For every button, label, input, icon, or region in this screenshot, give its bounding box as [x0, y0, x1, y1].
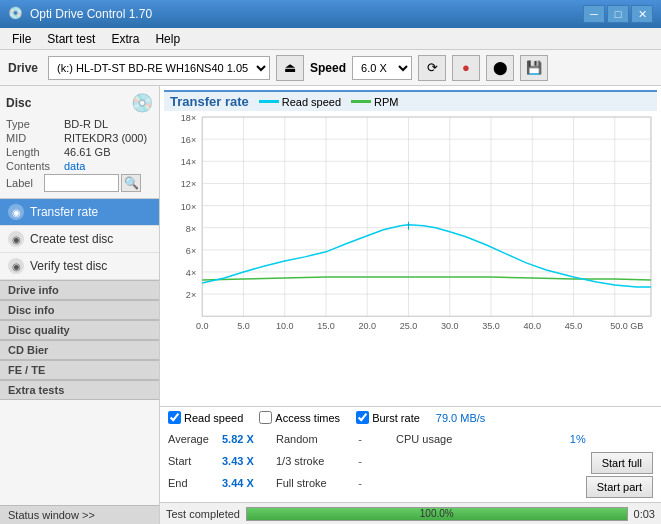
nav-icon-create-test-disc: ◉ — [8, 231, 24, 247]
stat-end-label: End — [168, 477, 218, 489]
checkbox-access-times[interactable]: Access times — [259, 411, 340, 424]
menu-extra[interactable]: Extra — [103, 30, 147, 48]
right-panel: Transfer rate Read speed RPM — [160, 86, 661, 524]
chart-area: Transfer rate Read speed RPM — [160, 86, 661, 406]
burst-rate-value: 79.0 MB/s — [436, 412, 486, 424]
drive-label: Drive — [8, 61, 38, 75]
nav-label-create-test-disc: Create test disc — [30, 232, 113, 246]
eject-button[interactable]: ⏏ — [276, 55, 304, 81]
section-cd-bier[interactable]: CD Bier — [0, 340, 159, 360]
disc-icon: 💿 — [131, 92, 153, 114]
stats-col3: CPU usage 1% — [388, 428, 586, 498]
legend-read-speed-color — [259, 100, 279, 103]
legend-rpm-label: RPM — [374, 96, 398, 108]
svg-text:45.0: 45.0 — [565, 321, 583, 331]
svg-text:8×: 8× — [186, 224, 196, 234]
progress-bar: 100.0% — [246, 507, 628, 521]
svg-text:15.0: 15.0 — [317, 321, 335, 331]
svg-text:6×: 6× — [186, 246, 196, 256]
menu-file[interactable]: File — [4, 30, 39, 48]
checkboxes-row: Read speed Access times Burst rate 79.0 … — [168, 411, 653, 424]
disc-length-row: Length 46.61 GB — [6, 146, 153, 158]
checkbox-burst-rate-input[interactable] — [356, 411, 369, 424]
chart-title-row: Transfer rate Read speed RPM — [164, 90, 657, 111]
extra-tests-label: Extra tests — [8, 384, 64, 396]
nav-items: ◉ Transfer rate ◉ Create test disc ◉ Ver… — [0, 199, 159, 505]
status-window-button[interactable]: Status window >> — [0, 505, 159, 524]
drive-select[interactable]: (k:) HL-DT-ST BD-RE WH16NS40 1.05 — [48, 56, 270, 80]
stat-full-stroke-row: Full stroke - — [276, 472, 388, 494]
svg-text:2×: 2× — [186, 290, 196, 300]
minimize-button[interactable]: ─ — [583, 5, 605, 23]
menu-start-test[interactable]: Start test — [39, 30, 103, 48]
drive-info-label: Drive info — [8, 284, 59, 296]
bottom-status-bar: Test completed 100.0% 0:03 — [160, 502, 661, 524]
stats-area: Read speed Access times Burst rate 79.0 … — [160, 406, 661, 502]
svg-text:50.0 GB: 50.0 GB — [610, 321, 643, 331]
svg-text:0.0: 0.0 — [196, 321, 209, 331]
svg-text:35.0: 35.0 — [482, 321, 500, 331]
stat-third-stroke-row: 1/3 stroke - — [276, 450, 388, 472]
checkbox-read-speed[interactable]: Read speed — [168, 411, 243, 424]
section-fe-te[interactable]: FE / TE — [0, 360, 159, 380]
speed-select[interactable]: 6.0 X — [352, 56, 412, 80]
nav-item-transfer-rate[interactable]: ◉ Transfer rate — [0, 199, 159, 226]
maximize-button[interactable]: □ — [607, 5, 629, 23]
disc-contents-row: Contents data — [6, 160, 153, 172]
fe-te-label: FE / TE — [8, 364, 45, 376]
disc-mid-label: MID — [6, 132, 64, 144]
stat-end-value: 3.44 X — [222, 477, 262, 489]
svg-text:5.0: 5.0 — [237, 321, 250, 331]
checkbox-read-speed-input[interactable] — [168, 411, 181, 424]
disc-info-label: Disc info — [8, 304, 54, 316]
stat-start-value: 3.43 X — [222, 455, 262, 467]
stat-random-value: - — [350, 433, 370, 445]
dot-button[interactable]: ⬤ — [486, 55, 514, 81]
stat-average-row: Average 5.82 X — [168, 428, 268, 450]
disc-label-row: Label 🔍 — [6, 174, 153, 192]
legend-rpm: RPM — [351, 96, 398, 108]
nav-item-verify-test-disc[interactable]: ◉ Verify test disc — [0, 253, 159, 280]
disc-label-input[interactable] — [44, 174, 119, 192]
menu-help[interactable]: Help — [147, 30, 188, 48]
nav-icon-verify-test-disc: ◉ — [8, 258, 24, 274]
checkbox-access-times-input[interactable] — [259, 411, 272, 424]
disc-mid-row: MID RITEKDR3 (000) — [6, 132, 153, 144]
start-part-button[interactable]: Start part — [586, 476, 653, 498]
nav-item-create-test-disc[interactable]: ◉ Create test disc — [0, 226, 159, 253]
svg-text:10.0: 10.0 — [276, 321, 294, 331]
speed-label: Speed — [310, 61, 346, 75]
disc-label-label: Label — [6, 177, 44, 189]
svg-text:16×: 16× — [181, 135, 196, 145]
save-button[interactable]: 💾 — [520, 55, 548, 81]
cd-bier-label: CD Bier — [8, 344, 48, 356]
svg-text:14×: 14× — [181, 157, 196, 167]
svg-text:40.0: 40.0 — [523, 321, 541, 331]
refresh-button[interactable]: ⟳ — [418, 55, 446, 81]
svg-text:12×: 12× — [181, 179, 196, 189]
start-full-button[interactable]: Start full — [591, 452, 653, 474]
stat-start-row: Start 3.43 X — [168, 450, 268, 472]
section-disc-quality[interactable]: Disc quality — [0, 320, 159, 340]
stat-random-label: Random — [276, 433, 346, 445]
legend-read-speed: Read speed — [259, 96, 341, 108]
svg-text:30.0: 30.0 — [441, 321, 459, 331]
checkbox-burst-rate[interactable]: Burst rate — [356, 411, 420, 424]
section-disc-info[interactable]: Disc info — [0, 300, 159, 320]
close-button[interactable]: ✕ — [631, 5, 653, 23]
disc-label-button[interactable]: 🔍 — [121, 174, 141, 192]
section-drive-info[interactable]: Drive info — [0, 280, 159, 300]
section-extra-tests[interactable]: Extra tests — [0, 380, 159, 400]
stats-col1: Average 5.82 X Start 3.43 X End 3.44 X — [168, 428, 268, 498]
sidebar: Disc 💿 Type BD-R DL MID RITEKDR3 (000) L… — [0, 86, 160, 524]
nav-icon-transfer-rate: ◉ — [8, 204, 24, 220]
checkbox-read-speed-label: Read speed — [184, 412, 243, 424]
record-button[interactable]: ● — [452, 55, 480, 81]
disc-length-value: 46.61 GB — [64, 146, 110, 158]
svg-text:25.0: 25.0 — [400, 321, 418, 331]
svg-rect-0 — [202, 117, 651, 316]
stat-random-row: Random - — [276, 428, 388, 450]
stat-cpu-label: CPU usage — [396, 433, 542, 445]
nav-label-transfer-rate: Transfer rate — [30, 205, 98, 219]
stat-full-stroke-value: - — [350, 477, 370, 489]
